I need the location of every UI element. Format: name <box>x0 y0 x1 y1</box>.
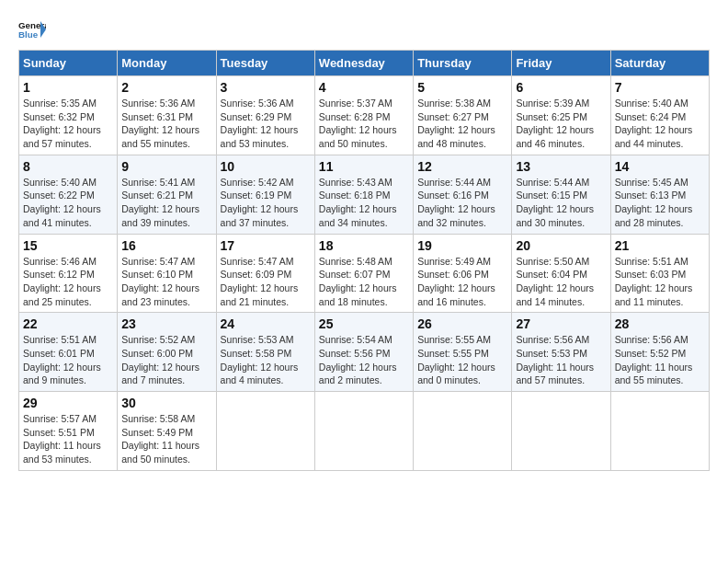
day-detail: Sunrise: 5:45 AMSunset: 6:13 PMDaylight:… <box>615 176 705 230</box>
day-detail: Sunrise: 5:50 AMSunset: 6:04 PMDaylight:… <box>516 255 606 309</box>
logo: General Blue <box>18 18 46 40</box>
day-detail: Sunrise: 5:46 AMSunset: 6:12 PMDaylight:… <box>23 255 113 309</box>
day-detail: Sunrise: 5:53 AMSunset: 5:58 PMDaylight:… <box>221 333 311 387</box>
day-number: 11 <box>319 159 409 174</box>
day-detail: Sunrise: 5:41 AMSunset: 6:21 PMDaylight:… <box>121 176 211 230</box>
svg-text:Blue: Blue <box>18 29 39 40</box>
day-number: 9 <box>121 159 211 174</box>
day-detail: Sunrise: 5:47 AMSunset: 6:09 PMDaylight:… <box>221 255 311 309</box>
calendar-cell: 1Sunrise: 5:35 AMSunset: 6:32 PMDaylight… <box>19 76 118 155</box>
header-row: SundayMondayTuesdayWednesdayThursdayFrid… <box>19 51 710 76</box>
calendar-table: SundayMondayTuesdayWednesdayThursdayFrid… <box>18 50 710 471</box>
calendar-week-row: 1Sunrise: 5:35 AMSunset: 6:32 PMDaylight… <box>19 76 710 155</box>
day-detail: Sunrise: 5:57 AMSunset: 5:51 PMDaylight:… <box>23 412 113 466</box>
calendar-cell <box>216 392 314 471</box>
day-number: 8 <box>23 159 113 174</box>
day-detail: Sunrise: 5:48 AMSunset: 6:07 PMDaylight:… <box>319 255 409 309</box>
calendar-cell: 18Sunrise: 5:48 AMSunset: 6:07 PMDayligh… <box>314 234 413 313</box>
day-detail: Sunrise: 5:54 AMSunset: 5:56 PMDaylight:… <box>319 333 409 387</box>
calendar-cell: 24Sunrise: 5:53 AMSunset: 5:58 PMDayligh… <box>216 313 314 392</box>
day-detail: Sunrise: 5:56 AMSunset: 5:52 PMDaylight:… <box>615 333 705 387</box>
calendar-cell: 23Sunrise: 5:52 AMSunset: 6:00 PMDayligh… <box>118 313 216 392</box>
day-number: 29 <box>23 396 113 410</box>
calendar-cell: 20Sunrise: 5:50 AMSunset: 6:04 PMDayligh… <box>512 234 610 313</box>
day-detail: Sunrise: 5:51 AMSunset: 6:01 PMDaylight:… <box>23 333 113 387</box>
weekday-header: Tuesday <box>216 51 314 76</box>
calendar-week-row: 8Sunrise: 5:40 AMSunset: 6:22 PMDaylight… <box>19 155 710 234</box>
calendar-cell: 19Sunrise: 5:49 AMSunset: 6:06 PMDayligh… <box>414 234 512 313</box>
day-detail: Sunrise: 5:44 AMSunset: 6:16 PMDaylight:… <box>417 176 507 230</box>
day-detail: Sunrise: 5:38 AMSunset: 6:27 PMDaylight:… <box>417 97 507 151</box>
weekday-header: Monday <box>118 51 216 76</box>
day-number: 18 <box>319 238 409 253</box>
weekday-header: Sunday <box>19 51 118 76</box>
calendar-cell: 7Sunrise: 5:40 AMSunset: 6:24 PMDaylight… <box>610 76 709 155</box>
weekday-header: Thursday <box>414 51 512 76</box>
calendar-cell: 3Sunrise: 5:36 AMSunset: 6:29 PMDaylight… <box>216 76 314 155</box>
calendar-cell <box>314 392 413 471</box>
day-number: 25 <box>319 316 409 331</box>
calendar-cell: 2Sunrise: 5:36 AMSunset: 6:31 PMDaylight… <box>118 76 216 155</box>
day-number: 16 <box>121 238 211 253</box>
calendar-cell <box>414 392 512 471</box>
day-detail: Sunrise: 5:35 AMSunset: 6:32 PMDaylight:… <box>23 97 113 151</box>
day-number: 5 <box>417 80 507 95</box>
day-detail: Sunrise: 5:55 AMSunset: 5:55 PMDaylight:… <box>417 333 507 387</box>
calendar-cell: 16Sunrise: 5:47 AMSunset: 6:10 PMDayligh… <box>118 234 216 313</box>
calendar-cell: 21Sunrise: 5:51 AMSunset: 6:03 PMDayligh… <box>610 234 709 313</box>
header: General Blue <box>18 18 710 40</box>
calendar-cell: 27Sunrise: 5:56 AMSunset: 5:53 PMDayligh… <box>512 313 610 392</box>
calendar-cell: 11Sunrise: 5:43 AMSunset: 6:18 PMDayligh… <box>314 155 413 234</box>
day-number: 30 <box>121 396 211 410</box>
day-number: 24 <box>221 316 311 331</box>
day-detail: Sunrise: 5:52 AMSunset: 6:00 PMDaylight:… <box>121 333 211 387</box>
day-number: 14 <box>615 159 705 174</box>
calendar-week-row: 22Sunrise: 5:51 AMSunset: 6:01 PMDayligh… <box>19 313 710 392</box>
day-number: 28 <box>615 316 705 331</box>
calendar-cell: 8Sunrise: 5:40 AMSunset: 6:22 PMDaylight… <box>19 155 118 234</box>
day-number: 19 <box>417 238 507 253</box>
day-number: 2 <box>121 80 211 95</box>
day-number: 22 <box>23 316 113 331</box>
calendar-week-row: 29Sunrise: 5:57 AMSunset: 5:51 PMDayligh… <box>19 392 710 471</box>
day-detail: Sunrise: 5:40 AMSunset: 6:24 PMDaylight:… <box>615 97 705 151</box>
calendar-cell: 5Sunrise: 5:38 AMSunset: 6:27 PMDaylight… <box>414 76 512 155</box>
day-number: 10 <box>221 159 311 174</box>
day-detail: Sunrise: 5:40 AMSunset: 6:22 PMDaylight:… <box>23 176 113 230</box>
day-number: 23 <box>121 316 211 331</box>
day-number: 17 <box>221 238 311 253</box>
logo-icon: General Blue <box>18 18 46 40</box>
calendar-cell: 14Sunrise: 5:45 AMSunset: 6:13 PMDayligh… <box>610 155 709 234</box>
calendar-cell: 26Sunrise: 5:55 AMSunset: 5:55 PMDayligh… <box>414 313 512 392</box>
calendar-cell: 13Sunrise: 5:44 AMSunset: 6:15 PMDayligh… <box>512 155 610 234</box>
calendar-cell <box>512 392 610 471</box>
day-number: 4 <box>319 80 409 95</box>
calendar-cell <box>610 392 709 471</box>
calendar-cell: 28Sunrise: 5:56 AMSunset: 5:52 PMDayligh… <box>610 313 709 392</box>
day-number: 12 <box>417 159 507 174</box>
calendar-cell: 9Sunrise: 5:41 AMSunset: 6:21 PMDaylight… <box>118 155 216 234</box>
calendar-cell: 4Sunrise: 5:37 AMSunset: 6:28 PMDaylight… <box>314 76 413 155</box>
day-detail: Sunrise: 5:56 AMSunset: 5:53 PMDaylight:… <box>516 333 606 387</box>
day-number: 21 <box>615 238 705 253</box>
weekday-header: Wednesday <box>314 51 413 76</box>
calendar-cell: 17Sunrise: 5:47 AMSunset: 6:09 PMDayligh… <box>216 234 314 313</box>
day-number: 15 <box>23 238 113 253</box>
calendar-cell: 15Sunrise: 5:46 AMSunset: 6:12 PMDayligh… <box>19 234 118 313</box>
day-detail: Sunrise: 5:49 AMSunset: 6:06 PMDaylight:… <box>417 255 507 309</box>
day-detail: Sunrise: 5:47 AMSunset: 6:10 PMDaylight:… <box>121 255 211 309</box>
day-number: 7 <box>615 80 705 95</box>
calendar-cell: 29Sunrise: 5:57 AMSunset: 5:51 PMDayligh… <box>19 392 118 471</box>
day-detail: Sunrise: 5:44 AMSunset: 6:15 PMDaylight:… <box>516 176 606 230</box>
calendar-cell: 6Sunrise: 5:39 AMSunset: 6:25 PMDaylight… <box>512 76 610 155</box>
day-number: 3 <box>221 80 311 95</box>
day-detail: Sunrise: 5:58 AMSunset: 5:49 PMDaylight:… <box>121 412 211 466</box>
day-detail: Sunrise: 5:42 AMSunset: 6:19 PMDaylight:… <box>221 176 311 230</box>
day-detail: Sunrise: 5:36 AMSunset: 6:29 PMDaylight:… <box>221 97 311 151</box>
calendar-week-row: 15Sunrise: 5:46 AMSunset: 6:12 PMDayligh… <box>19 234 710 313</box>
calendar-cell: 10Sunrise: 5:42 AMSunset: 6:19 PMDayligh… <box>216 155 314 234</box>
weekday-header: Friday <box>512 51 610 76</box>
day-detail: Sunrise: 5:36 AMSunset: 6:31 PMDaylight:… <box>121 97 211 151</box>
day-number: 26 <box>417 316 507 331</box>
day-detail: Sunrise: 5:37 AMSunset: 6:28 PMDaylight:… <box>319 97 409 151</box>
